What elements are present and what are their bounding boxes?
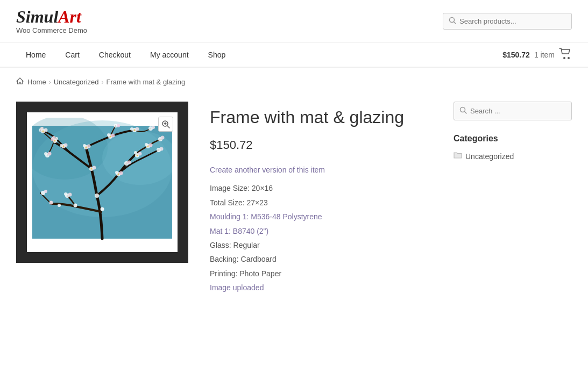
product-image-inner [27,112,178,252]
spec-moulding: Moulding 1: M536-48 Polystyrene [210,211,437,223]
svg-point-61 [58,204,61,207]
category-uncategorized-link[interactable]: Uncategorized [465,152,514,161]
svg-line-1 [454,22,456,24]
svg-point-16 [52,136,55,139]
product-specs: Image Size: 20×16 Total Size: 27×23 Moul… [210,182,437,293]
sidebar-category-uncategorized: Uncategorized [454,152,572,161]
svg-point-37 [134,151,137,154]
cart-amount: $150.72 [502,51,530,59]
svg-point-24 [68,193,72,197]
svg-point-71 [118,174,119,175]
spec-backing: Backing: Cardboard [210,253,437,265]
breadcrumb: Home › Uncategorized › Frame with mat & … [0,68,588,96]
header-search-icon [449,17,456,26]
spec-total-size: Total Size: 27×23 [210,197,437,209]
svg-point-49 [111,134,115,138]
header-search-container [443,13,572,30]
svg-point-66 [86,147,87,148]
svg-point-58 [127,161,131,164]
sidebar: Categories Uncategorized [454,102,572,296]
product-image-wrap [16,102,188,296]
svg-point-64 [54,140,55,141]
nav-myaccount[interactable]: My account [140,43,199,67]
create-version-link[interactable]: Create another version of this item [210,166,437,174]
svg-point-67 [110,136,111,137]
svg-point-25 [64,192,67,196]
svg-point-27 [44,190,47,193]
svg-point-53 [93,166,96,170]
product-price: $150.72 [210,138,437,152]
categories-title: Categories [454,134,572,144]
svg-point-39 [149,144,153,147]
svg-point-34 [117,124,120,127]
breadcrumb-category[interactable]: Uncategorized [54,78,99,86]
svg-point-22 [44,152,47,155]
svg-point-21 [48,152,52,156]
sidebar-search-input[interactable] [470,107,566,115]
svg-point-10 [44,128,48,132]
product-details: Frame with mat & glazing $150.72 Create … [210,102,437,296]
product-title: Frame with mat & glazing [210,107,437,127]
header-search-input[interactable] [459,17,566,25]
nav-checkout[interactable]: Checkout [89,43,140,67]
svg-point-47 [83,144,86,147]
folder-icon [454,152,462,161]
svg-point-44 [161,136,165,140]
svg-point-62 [101,207,104,211]
nav-cart[interactable]: Cart [55,43,89,67]
sidebar-search-icon [459,106,467,116]
svg-point-69 [147,146,148,147]
nav-home[interactable]: Home [16,43,55,67]
svg-point-2 [563,57,565,59]
svg-point-32 [152,126,155,129]
header: SimulArt Woo Commerce Demo [0,0,588,43]
product-section: Frame with mat & glazing $150.72 Create … [16,102,437,296]
product-image-container [16,102,188,263]
svg-point-3 [568,57,570,59]
svg-point-72 [91,168,92,169]
svg-point-51 [95,194,99,198]
svg-point-60 [49,201,53,205]
svg-point-68 [134,130,135,131]
svg-point-19 [60,144,63,147]
logo-simul: Simul [16,7,58,26]
cart-icon[interactable] [559,48,572,62]
nav-links: Home Cart Checkout My account Shop [16,43,235,67]
spec-glass: Glass: Regular [210,239,437,251]
svg-point-12 [40,127,44,130]
main-content: Frame with mat & glazing $150.72 Create … [0,96,588,318]
logo-text: SimulArt [16,8,87,25]
spec-printing: Printing: Photo Paper [210,268,437,280]
breadcrumb-home[interactable]: Home [27,78,46,86]
product-image-svg [32,118,172,247]
svg-point-42 [160,147,164,151]
svg-point-63 [42,131,44,132]
nav-shop[interactable]: Shop [199,43,236,67]
logo-sub: Woo Commerce Demo [16,26,87,34]
logo: SimulArt Woo Commerce Demo [16,8,87,34]
svg-point-46 [87,145,91,148]
breadcrumb-sep-1: › [49,78,51,86]
svg-point-18 [64,144,68,147]
svg-point-56 [115,171,118,174]
svg-point-70 [137,155,138,156]
sidebar-search-container [454,102,572,120]
breadcrumb-sep-2: › [102,78,104,86]
logo-art: Art [58,7,81,26]
cart-count: 1 item [534,51,555,59]
breadcrumb-current: Frame with mat & glazing [107,78,186,86]
svg-point-40 [145,143,148,146]
svg-point-29 [136,127,139,131]
svg-point-30 [130,127,133,131]
spec-image-size: Image Size: 20×16 [210,182,437,194]
home-icon [16,77,24,87]
svg-point-65 [63,146,64,147]
zoom-button[interactable] [158,117,173,132]
spec-mat: Mat 1: B8740 (2") [210,225,437,237]
spec-image-uploaded: Image uploaded [210,282,437,293]
svg-line-74 [167,126,169,128]
nav: Home Cart Checkout My account Shop $150.… [0,43,588,68]
svg-point-55 [119,171,123,175]
svg-point-50 [107,133,110,137]
nav-cart-summary: $150.72 1 item [502,48,572,62]
